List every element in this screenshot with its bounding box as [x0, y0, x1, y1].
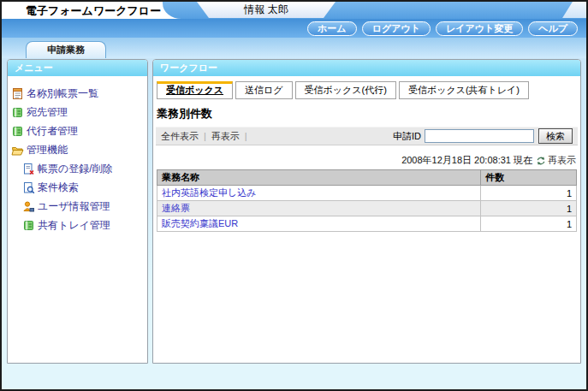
tab-inbox-shared-tray[interactable]: 受信ボックス(共有トレイ) — [399, 81, 529, 99]
refresh-link[interactable]: 再表示 — [211, 130, 240, 143]
workflow-body: 受信ボックス 送信ログ 受信ボックス(代行) 受信ボックス(共有トレイ) 業務別… — [153, 76, 580, 236]
timestamp: 2008年12月18日 20:08:31 現在 — [401, 154, 532, 167]
table-row: 社内英語検定申し込み 1 — [157, 186, 577, 201]
address-book-icon — [11, 106, 24, 119]
business-count: 1 — [481, 216, 577, 232]
app-title: 電子フォームワークフロー — [26, 3, 161, 19]
column-header-count: 件数 — [481, 170, 577, 186]
toolbar-separator: | — [204, 131, 206, 141]
table-row: 連絡票 1 — [157, 201, 577, 216]
refresh-icon — [536, 156, 546, 166]
menu-panel: メニュー 名称別帳票一覧 宛先管理 代行者管理 管理機能 — [7, 59, 148, 364]
status-refresh-label: 再表示 — [548, 154, 576, 167]
business-count: 1 — [481, 186, 577, 201]
show-all-link[interactable]: 全件表示 — [161, 130, 199, 143]
sidebar-item-label: 帳票の登録/削除 — [38, 162, 113, 176]
column-header-business-name: 業務名称 — [157, 170, 481, 186]
form-edit-icon — [22, 163, 35, 175]
user-name-tab: 情報 太郎 — [197, 2, 336, 18]
business-name-link[interactable]: 販売契約稟議EUR — [157, 216, 481, 232]
workflow-panel: ワークフロー 受信ボックス 送信ログ 受信ボックス(代行) 受信ボックス(共有ト… — [152, 59, 581, 364]
sidebar-item-proxy-management[interactable]: 代行者管理 — [11, 121, 144, 140]
shared-tray-icon — [22, 219, 35, 232]
form-list-icon — [11, 87, 24, 100]
sidebar-item-label: 代行者管理 — [27, 124, 78, 139]
tab-inbox[interactable]: 受信ボックス — [157, 81, 233, 99]
case-search-icon — [22, 181, 35, 194]
application-id-input[interactable] — [425, 129, 534, 143]
tab-send-log[interactable]: 送信ログ — [235, 81, 293, 99]
sidebar-item-label: ユーザ情報管理 — [38, 199, 110, 214]
logout-button[interactable]: ログアウト — [362, 21, 431, 36]
folder-open-icon — [11, 144, 24, 157]
table-row: 販売契約稟議EUR 1 — [157, 216, 577, 232]
sidebar-item-label: 宛先管理 — [27, 105, 68, 120]
help-button[interactable]: ヘルプ — [528, 21, 578, 36]
content-area: メニュー 名称別帳票一覧 宛先管理 代行者管理 管理機能 — [2, 58, 586, 389]
application-id-label: 申請ID — [393, 130, 421, 143]
search-button[interactable]: 検索 — [538, 128, 573, 144]
sidebar-item-label: 共有トレイ管理 — [38, 218, 110, 233]
sidebar-item-address-management[interactable]: 宛先管理 — [11, 103, 144, 121]
business-name-link[interactable]: 社内英語検定申し込み — [157, 186, 481, 201]
sidebar-item-form-register-delete[interactable]: 帳票の登録/削除 — [22, 159, 144, 178]
page-title: 業務別件数 — [157, 106, 577, 121]
table-header-row: 業務名称 件数 — [157, 170, 577, 186]
sidebar-item-admin-functions[interactable]: 管理機能 — [11, 140, 144, 159]
layout-change-button[interactable]: レイアウト変更 — [436, 21, 523, 36]
toolbar: 全件表示 | 再表示 | 申請ID 検索 — [156, 127, 578, 145]
workflow-tab-bar: 受信ボックス 送信ログ 受信ボックス(代行) 受信ボックス(共有トレイ) — [157, 81, 578, 99]
sidebar-item-label: 名称別帳票一覧 — [27, 86, 98, 101]
business-count: 1 — [481, 201, 577, 216]
business-count-table: 業務名称 件数 社内英語検定申し込み 1 連絡票 1 — [157, 169, 577, 232]
status-refresh-link[interactable]: 再表示 — [536, 154, 576, 167]
home-button[interactable]: ホーム — [307, 21, 357, 36]
sidebar-item-label: 管理機能 — [27, 143, 68, 157]
nav-bar: ホーム ログアウト レイアウト変更 ヘルプ — [2, 19, 586, 38]
title-bar: 電子フォームワークフロー 情報 太郎 — [2, 2, 586, 19]
menu-list: 名称別帳票一覧 宛先管理 代行者管理 管理機能 帳票の登録/削除 — [8, 76, 147, 242]
business-name-link[interactable]: 連絡票 — [157, 201, 481, 216]
sidebar-item-case-search[interactable]: 案件検索 — [22, 178, 144, 197]
proxy-book-icon — [11, 125, 24, 138]
sidebar-item-user-info-management[interactable]: ユーザ情報管理 — [22, 197, 144, 216]
sidebar-item-label: 案件検索 — [38, 181, 79, 195]
tab-inbox-proxy[interactable]: 受信ボックス(代行) — [295, 81, 396, 99]
user-name: 情報 太郎 — [244, 3, 288, 15]
sidebar-item-shared-tray-management[interactable]: 共有トレイ管理 — [22, 216, 144, 234]
toolbar-separator: | — [245, 131, 247, 141]
user-info-icon — [22, 200, 35, 213]
status-row: 2008年12月18日 20:08:31 現在 再表示 — [157, 154, 576, 167]
tab-application-work[interactable]: 申請業務 — [26, 41, 106, 58]
menu-panel-header: メニュー — [8, 60, 147, 76]
app-window: 電子フォームワークフロー 情報 太郎 ホーム ログアウト レイアウト変更 ヘルプ… — [0, 0, 588, 391]
main-tab-strip: 申請業務 — [2, 38, 586, 58]
sidebar-item-form-list[interactable]: 名称別帳票一覧 — [11, 84, 144, 103]
workflow-panel-header: ワークフロー — [153, 60, 580, 76]
